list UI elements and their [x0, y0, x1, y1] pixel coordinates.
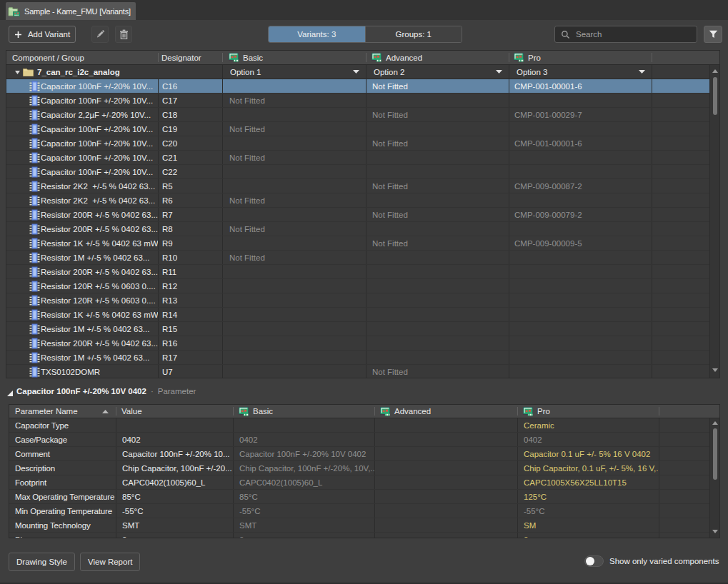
column-header-designator[interactable]: Designator [161, 51, 222, 64]
filler-cell [652, 108, 709, 121]
column-header-basic[interactable]: Basic [229, 51, 366, 64]
view-report-button[interactable]: View Report [80, 553, 140, 571]
chip-icon [29, 223, 40, 235]
column-header-label: Advanced [386, 54, 422, 62]
view-tab-variants[interactable]: Variants: 3 [269, 26, 365, 42]
parameter-row[interactable]: Capacitor TypeCeramic [9, 418, 709, 433]
delete-variant-button[interactable] [115, 26, 132, 43]
column-header-advanced[interactable]: Advanced [372, 51, 509, 64]
group-row[interactable]: 7_can_rc_i2c_analogOption 1Option 2Optio… [6, 65, 709, 79]
param-column-header-advanced[interactable]: Advanced [380, 405, 517, 418]
edit-variant-button[interactable] [91, 26, 109, 43]
component-row[interactable]: Capacitor 100nF +/-20% 10V...C16Not Fitt… [6, 79, 709, 94]
variant-pcb-icon [523, 407, 533, 416]
parameter-row[interactable]: Min Operating Temperature-55°C-55°C-55°C [9, 504, 709, 518]
detail-separator: · [151, 387, 154, 396]
component-cell: Capacitor 100nF +/-20% 10V... [6, 165, 158, 178]
param-basic-cell: Chip Capacitor, 100nF +/-20%, 10V,... [233, 461, 374, 475]
component-table-scrollbar[interactable] [709, 65, 719, 378]
parameter-row[interactable]: DescriptionChip Capacitor, 100nF +/-20..… [9, 461, 709, 475]
column-header-component-group[interactable]: Component / Group [12, 51, 158, 64]
basic-cell-value: Not Fitted [229, 153, 265, 162]
scroll-thumb[interactable] [713, 77, 717, 115]
component-row[interactable]: Capacitor 100nF +/-20% 10V...C17Not Fitt… [6, 94, 709, 108]
component-cell: Resistor 200R +/-5 % 0402 63... [6, 222, 158, 236]
group-expander[interactable] [15, 71, 20, 74]
variant-option-dropdown[interactable]: Option 2 [366, 65, 509, 79]
component-cell: Capacitor 100nF +/-20% 10V... [6, 79, 158, 93]
component-row[interactable]: Capacitor 2,2µF +/-20% 10V...C18Not Fitt… [6, 108, 709, 122]
designator-cell: R17 [158, 351, 222, 364]
search-input[interactable]: Search [554, 26, 697, 43]
component-row[interactable]: Resistor 120R +/-5 % 0603 0....R13 [6, 293, 709, 308]
designator-cell-value: C20 [162, 139, 177, 148]
component-row[interactable]: Resistor 1M +/-5 % 0402 63...R15 [6, 322, 709, 336]
dropdown-arrow-icon [639, 70, 645, 74]
advanced-cell [366, 265, 509, 278]
add-variant-button[interactable]: Add Variant [9, 26, 76, 43]
component-name: Capacitor 100nF +/-20% 10V... [41, 82, 153, 91]
filler-cell [652, 236, 709, 250]
column-header-label: Component / Group [12, 54, 84, 62]
chip-icon [29, 195, 40, 206]
designator-cell: C21 [158, 151, 222, 164]
add-variant-label: Add Variant [28, 30, 70, 39]
component-row[interactable]: Resistor 2K2 +/-5 % 0402 63...R6Not Fitt… [6, 193, 709, 208]
filler-cell [659, 461, 709, 475]
parameter-row[interactable]: Case/Package040204020402 [9, 433, 709, 447]
filter-button[interactable] [704, 26, 722, 43]
collapse-triangle-icon[interactable] [7, 389, 13, 398]
param-column-header-value[interactable]: Value [121, 405, 233, 418]
scroll-down-icon [712, 530, 718, 533]
parameter-row[interactable]: FootprintCAPC0402(1005)60_LCAPC0402(1005… [9, 475, 709, 490]
param-column-header-basic[interactable]: Basic [239, 405, 374, 418]
parameter-row[interactable]: Pins222 [9, 533, 709, 538]
component-row[interactable]: Resistor 200R +/-5 % 0402 63...R7Not Fit… [6, 208, 709, 222]
variant-option-dropdown[interactable]: Option 3 [509, 65, 652, 79]
basic-cell-value: Not Fitted [229, 96, 265, 105]
document-tab[interactable]: Sample - Kame_FMU [Variants] [6, 2, 136, 20]
parameter-row[interactable]: Max Operating Temperature85°C85°C125°C [9, 490, 709, 504]
component-row[interactable]: Resistor 2K2 +/-5 % 0402 63...R5Not Fitt… [6, 179, 709, 193]
parameter-row[interactable]: CommentCapacitor 100nF +/-20% 10...Capac… [9, 447, 709, 461]
param-column-header-parameter-name[interactable]: Parameter Name [15, 405, 116, 418]
component-row[interactable]: Capacitor 100nF +/-20% 10V...C21Not Fitt… [6, 151, 709, 165]
component-row[interactable]: Resistor 1M +/-5 % 0402 63...R17 [6, 351, 709, 365]
show-varied-toggle[interactable] [584, 555, 604, 567]
component-row[interactable]: Capacitor 100nF +/-20% 10V...C19Not Fitt… [6, 122, 709, 136]
basic-cell: Not Fitted [222, 94, 366, 107]
component-row[interactable]: Resistor 120R +/-5 % 0603 0....R12 [6, 279, 709, 293]
component-row[interactable]: Capacitor 100nF +/-20% 10V...C20Not Fitt… [6, 136, 709, 151]
component-row[interactable]: Resistor 200R +/-5 % 0402 63...R16 [6, 336, 709, 351]
component-row[interactable]: Resistor 1K +/-5 % 0402 63 mWR14 [6, 308, 709, 322]
param-name-cell-value: Max Operating Temperature [15, 493, 114, 501]
component-row[interactable]: Resistor 200R +/-5 % 0402 63...R8Not Fit… [6, 222, 709, 236]
component-row[interactable]: Resistor 1K +/-5 % 0402 63 mWR9Not Fitte… [6, 236, 709, 251]
chip-icon [29, 95, 40, 106]
drawing-style-button[interactable]: Drawing Style [9, 553, 75, 571]
component-cell: Resistor 120R +/-5 % 0603 0.... [6, 293, 158, 307]
component-row[interactable]: Resistor 200R +/-5 % 0402 63...R11 [6, 265, 709, 279]
param-column-header-pro[interactable]: Pro [523, 405, 659, 418]
scroll-up-button[interactable] [712, 69, 718, 73]
scroll-down-button[interactable] [712, 530, 718, 533]
parameter-row[interactable]: Mounting TechnologySMTSMTSM [9, 518, 709, 533]
advanced-cell [366, 151, 509, 164]
component-row[interactable]: TXS0102DOMRU7Not Fitted [6, 365, 709, 378]
view-tab-groups[interactable]: Groups: 1 [365, 26, 462, 42]
variant-option-dropdown[interactable]: Option 1 [222, 65, 366, 79]
basic-cell [222, 179, 366, 193]
scroll-up-button[interactable] [712, 421, 718, 425]
component-row[interactable]: Capacitor 100nF +/-20% 10V...C22 [6, 165, 709, 179]
param-pro-cell: -55°C [517, 504, 659, 518]
scroll-down-button[interactable] [712, 368, 718, 372]
param-pro-cell: SM [517, 518, 659, 532]
component-row[interactable]: Resistor 1M +/-5 % 0402 63...R10Not Fitt… [6, 251, 709, 265]
scroll-thumb[interactable] [713, 428, 717, 480]
component-name: Resistor 120R +/-5 % 0603 0.... [41, 282, 156, 291]
plus-icon [14, 31, 22, 39]
parameter-table-scrollbar[interactable] [709, 418, 719, 538]
component-cell: Capacitor 2,2µF +/-20% 10V... [6, 108, 158, 121]
designator-cell-value: C16 [162, 82, 177, 91]
column-header-pro[interactable]: Pro [514, 51, 652, 64]
